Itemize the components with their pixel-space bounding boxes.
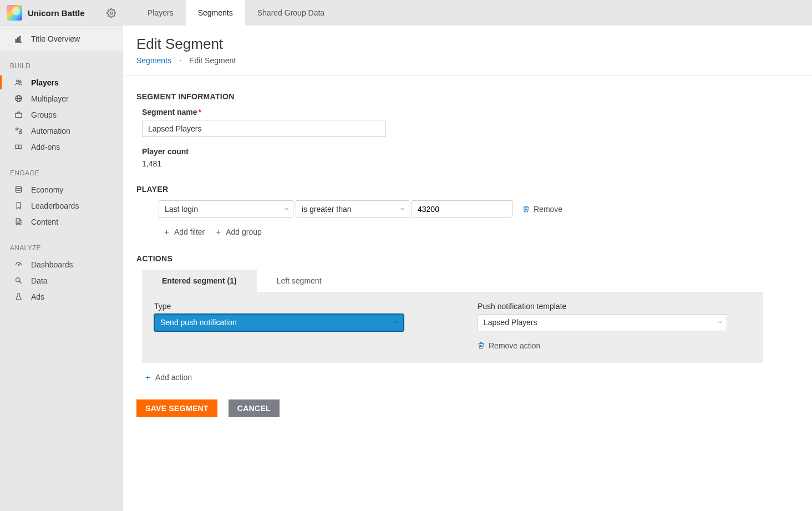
svg-rect-1 — [16, 39, 17, 42]
filter-value-input[interactable] — [412, 200, 512, 217]
svg-point-20 — [16, 278, 21, 282]
remove-filter-button[interactable]: Remove — [522, 205, 562, 214]
nav-economy[interactable]: Economy — [0, 181, 123, 198]
save-segment-button[interactable]: SAVE SEGMENT — [136, 399, 217, 417]
player-filter-section: PLAYER Last login is greater than Remo — [136, 185, 799, 237]
trash-icon — [478, 342, 485, 349]
template-label: Push notification template — [478, 302, 751, 311]
chevron-down-icon — [283, 205, 290, 214]
sidebar-header: Unicorn Battle — [0, 0, 123, 26]
player-count-value: 1,481 — [142, 159, 799, 168]
filter-row: Last login is greater than Remove — [159, 200, 799, 217]
tab-players[interactable]: Players — [135, 0, 186, 26]
main: Players Segments Shared Group Data Edit … — [123, 0, 812, 511]
segment-name-label: Segment name* — [142, 108, 799, 117]
nav-section-engage: ENGAGE — [0, 159, 123, 181]
segment-name-input[interactable] — [142, 120, 386, 137]
gear-icon[interactable] — [105, 7, 116, 18]
nav-label: Add-ons — [31, 143, 60, 151]
svg-point-11 — [16, 128, 18, 130]
action-template-field: Push notification template Lapsed Player… — [478, 302, 751, 351]
add-action-button[interactable]: Add action — [144, 373, 192, 382]
filter-field-select[interactable]: Last login — [159, 200, 293, 217]
page-title: Edit Segment — [136, 36, 799, 53]
document-icon — [14, 217, 23, 226]
action-type-select[interactable]: Send push notification — [154, 314, 404, 331]
remove-action-button[interactable]: Remove action — [478, 341, 540, 350]
sidebar: Unicorn Battle Title Overview BUILD Play… — [0, 0, 123, 511]
trash-icon — [522, 205, 530, 213]
economy-icon — [14, 185, 23, 194]
search-icon — [14, 276, 23, 285]
filter-operator-select[interactable]: is greater than — [296, 200, 409, 217]
nav-addons[interactable]: Add-ons — [0, 139, 123, 155]
main-tabs: Players Segments Shared Group Data — [123, 0, 812, 26]
nav-groups[interactable]: Groups — [0, 107, 123, 123]
svg-point-19 — [18, 265, 19, 265]
form-buttons: SAVE SEGMENT CANCEL — [136, 399, 799, 417]
actions-heading: ACTIONS — [136, 254, 799, 263]
nav-label: Title Overview — [31, 34, 80, 43]
nav-players[interactable]: Players — [0, 74, 123, 90]
nav-label: Economy — [31, 185, 63, 194]
tab-segments[interactable]: Segments — [186, 0, 245, 26]
content: SEGMENT INFORMATION Segment name* Player… — [123, 75, 812, 439]
player-heading: PLAYER — [136, 185, 799, 194]
nav-section-analyze: ANALYZE — [0, 234, 123, 256]
nav-leaderboards[interactable]: Leaderboards — [0, 198, 123, 214]
cancel-button[interactable]: CANCEL — [229, 399, 280, 417]
actions-section: ACTIONS Entered segment (1) Left segment… — [136, 254, 799, 383]
tab-shared-group-data[interactable]: Shared Group Data — [245, 0, 337, 26]
breadcrumb-current: Edit Segment — [189, 56, 236, 65]
svg-point-0 — [110, 12, 112, 14]
svg-rect-2 — [18, 38, 19, 42]
breadcrumb: Segments Edit Segment — [136, 56, 799, 65]
bookmark-icon — [14, 201, 23, 210]
add-filter-button[interactable]: Add filter — [163, 227, 205, 236]
nav-dashboards[interactable]: Dashboards — [0, 256, 123, 272]
tab-left-segment[interactable]: Left segment — [257, 270, 342, 292]
nav-multiplayer[interactable]: Multiplayer — [0, 90, 123, 107]
segment-info-heading: SEGMENT INFORMATION — [136, 92, 799, 101]
flask-icon — [14, 292, 23, 301]
gauge-icon — [14, 260, 23, 269]
briefcase-icon — [14, 110, 23, 119]
segment-info-section: SEGMENT INFORMATION Segment name* Player… — [136, 92, 799, 168]
type-label: Type — [154, 302, 428, 311]
automation-icon — [14, 127, 23, 135]
svg-rect-10 — [16, 113, 22, 118]
title-logo — [7, 5, 22, 21]
page-header: Edit Segment Segments Edit Segment — [123, 26, 812, 75]
chevron-down-icon — [717, 318, 723, 327]
svg-line-21 — [19, 281, 21, 283]
nav-label: Data — [31, 276, 48, 285]
globe-icon — [14, 94, 23, 103]
nav-content[interactable]: Content — [0, 214, 123, 230]
nav-title-overview[interactable]: Title Overview — [0, 26, 123, 52]
title-name: Unicorn Battle — [28, 8, 100, 18]
action-tabs: Entered segment (1) Left segment — [142, 270, 799, 292]
svg-point-6 — [19, 81, 21, 83]
template-select[interactable]: Lapsed Players — [478, 314, 727, 331]
nav-label: Groups — [31, 110, 57, 119]
action-type-field: Type Send push notification — [154, 302, 428, 351]
svg-rect-13 — [16, 145, 18, 148]
breadcrumb-root[interactable]: Segments — [136, 56, 171, 65]
nav-label: Content — [31, 217, 58, 226]
tab-entered-segment[interactable]: Entered segment (1) — [142, 270, 257, 292]
nav-label: Leaderboards — [31, 201, 79, 210]
plus-icon — [215, 229, 222, 236]
bar-chart-icon — [14, 34, 23, 43]
nav-label: Players — [31, 78, 59, 87]
chevron-down-icon — [394, 318, 400, 327]
nav-label: Multiplayer — [31, 94, 69, 103]
chevron-right-icon — [178, 56, 182, 65]
nav-automation[interactable]: Automation — [0, 123, 123, 139]
nav-data[interactable]: Data — [0, 272, 123, 289]
add-group-button[interactable]: Add group — [215, 227, 262, 236]
player-count-label: Player count — [142, 147, 799, 156]
nav-label: Ads — [31, 292, 44, 301]
app-root: Unicorn Battle Title Overview BUILD Play… — [0, 0, 812, 511]
nav-section-build: BUILD — [0, 52, 123, 74]
nav-ads[interactable]: Ads — [0, 289, 123, 305]
